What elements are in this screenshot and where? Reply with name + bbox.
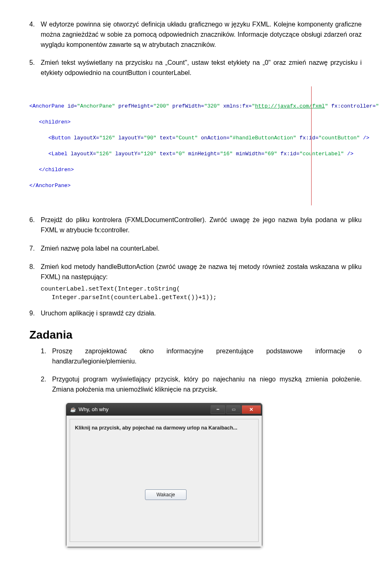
code-line-1: counterLabel.setText(Integer.toString( xyxy=(41,286,180,293)
list-body: Zmień tekst wyświetlany na przycisku na … xyxy=(41,58,362,78)
list-item-7: 7. Zmień nazwę pola label na counterLabe… xyxy=(29,244,362,254)
list-number: 7. xyxy=(29,244,41,254)
list-body: Zmień kod metody handleButtonAction (zwr… xyxy=(41,262,362,282)
list-number: 9. xyxy=(29,308,41,319)
example-window: ☕ Why, oh why ━ ▭ ✕ Kliknij na przycisk,… xyxy=(66,403,262,547)
list-number: 2. xyxy=(41,374,52,395)
list-item-8: 8. Zmień kod metody handleButtonAction (… xyxy=(29,262,362,282)
java-code-block: counterLabel.setText(Integer.toString( I… xyxy=(41,285,362,302)
zadania-item-2: 2. Przygotuj program wyświetlający przyc… xyxy=(41,374,362,395)
list-item-5: 5. Zmień tekst wyświetlany na przycisku … xyxy=(29,58,362,78)
window-client-area: Kliknij na przycisk, aby pojechać na dar… xyxy=(66,416,262,547)
hint-label: Kliknij na przycisk, aby pojechać na dar… xyxy=(75,425,237,431)
list-body: Przygotuj program wyświetlający przycisk… xyxy=(52,374,362,395)
list-item-9: 9. Uruchom aplikację i sprawdź czy dział… xyxy=(29,308,362,319)
list-number: 5. xyxy=(29,58,41,78)
wakacje-button[interactable]: Wakacje xyxy=(145,489,187,500)
list-body: Uruchom aplikację i sprawdź czy działa. xyxy=(41,308,362,319)
maximize-icon: ▭ xyxy=(232,407,235,412)
document-page: 4. W edytorze powinna się otworzyć defin… xyxy=(0,0,391,564)
list-item-6: 6. Przejdź do pliku kontrolera (FXMLDocu… xyxy=(29,215,362,236)
list-body: Zmień nazwę pola label na counterLabel. xyxy=(41,244,362,254)
window-titlebar[interactable]: ☕ Why, oh why ━ ▭ ✕ xyxy=(66,403,262,416)
zadania-item-1: 1. Proszę zaprojektować okno informacyjn… xyxy=(41,346,362,367)
maximize-button[interactable]: ▭ xyxy=(226,405,241,414)
list-item-4: 4. W edytorze powinna się otworzyć defin… xyxy=(29,20,362,50)
list-number: 4. xyxy=(29,20,41,50)
list-number: 8. xyxy=(29,262,41,282)
code-line-2: Integer.parseInt(counterLabel.getText())… xyxy=(41,294,217,301)
close-icon: ✕ xyxy=(249,407,253,412)
minimize-button[interactable]: ━ xyxy=(211,405,225,414)
java-cup-icon: ☕ xyxy=(70,406,76,413)
fxml-code-figure: <AnchorPane id="AnchorPane" prefHeight="… xyxy=(29,86,362,206)
list-number: 6. xyxy=(29,215,41,236)
window-title: Why, oh why xyxy=(79,406,108,412)
list-body: Przejdź do pliku kontrolera (FXMLDocumen… xyxy=(41,215,362,236)
minimize-icon: ━ xyxy=(217,407,219,412)
close-button[interactable]: ✕ xyxy=(242,405,261,414)
wakacje-button-label: Wakacje xyxy=(156,492,175,498)
list-number: 1. xyxy=(41,346,52,367)
list-body: Proszę zaprojektować okno informacyjne p… xyxy=(52,346,362,367)
window-content-pane: Kliknij na przycisk, aby pojechać na dar… xyxy=(70,419,259,542)
list-body: W edytorze powinna się otworzyć definicj… xyxy=(41,20,362,50)
zadania-heading: Zadania xyxy=(29,328,362,341)
